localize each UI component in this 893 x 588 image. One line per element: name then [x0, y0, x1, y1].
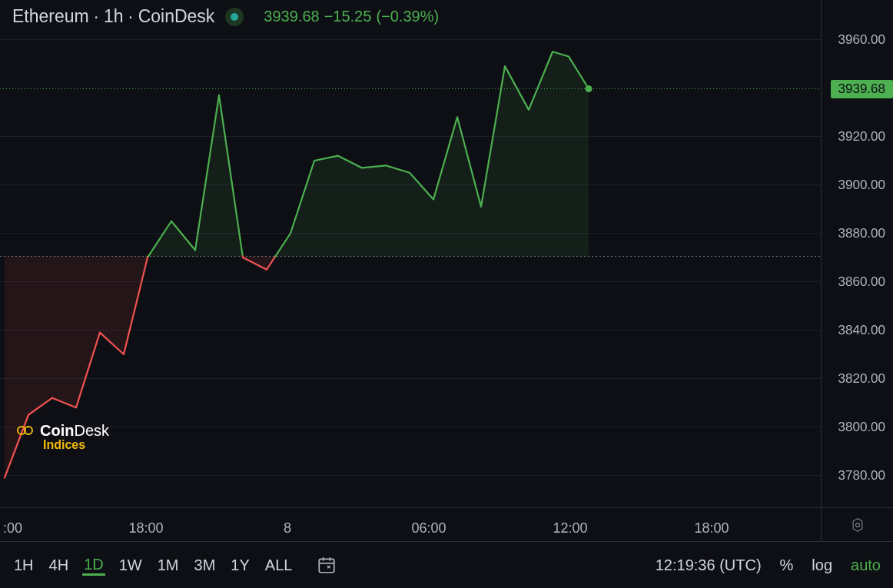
price-chart-svg	[0, 0, 821, 507]
range-1y[interactable]: 1Y	[229, 555, 251, 576]
y-tick-label: 3920.00	[838, 129, 885, 145]
bottom-toolbar: 1H4H1D1W1M3M1YALL 12:19:36 (UTC) % log a…	[0, 542, 893, 588]
quote-block: 3939.68 −15.25 (−0.39%)	[264, 8, 439, 25]
x-tick-label: 06:00	[411, 520, 446, 537]
watermark-sub: Indices	[43, 438, 109, 452]
range-1w[interactable]: 1W	[118, 555, 144, 576]
y-tick-label: 3900.00	[838, 178, 885, 193]
x-tick-label: 12:00	[553, 520, 587, 537]
percent-toggle[interactable]: %	[780, 556, 794, 574]
price-change: −15.25	[324, 8, 372, 25]
range-4h[interactable]: 4H	[48, 555, 71, 576]
y-tick-label: 3840.00	[838, 323, 885, 338]
chart-header: Ethereum · 1h · CoinDesk 3939.68 −15.25 …	[12, 6, 439, 27]
axis-settings-button[interactable]	[821, 507, 893, 542]
chart-pane[interactable]	[0, 0, 821, 507]
log-toggle[interactable]: log	[812, 556, 832, 574]
y-tick-label: 3960.00	[838, 32, 885, 48]
range-3m[interactable]: 3M	[193, 555, 217, 576]
coindesk-logo-icon	[17, 421, 35, 440]
symbol-title[interactable]: Ethereum · 1h · CoinDesk	[12, 6, 214, 27]
y-tick-label: 3820.00	[838, 371, 885, 387]
x-tick-label: 8	[284, 520, 291, 537]
range-1d[interactable]: 1D	[82, 554, 105, 576]
provider-watermark: CoinDesk Indices	[17, 421, 109, 452]
x-tick-label: :00	[3, 520, 22, 537]
goto-date-button[interactable]	[317, 555, 337, 575]
watermark-brand2: Desk	[74, 422, 109, 439]
range-1m[interactable]: 1M	[156, 555, 181, 576]
gear-icon	[850, 517, 865, 533]
clock-label[interactable]: 12:19:36 (UTC)	[656, 556, 762, 574]
y-axis[interactable]: 3960.003920.003900.003880.003860.003840.…	[821, 0, 893, 507]
x-axis[interactable]: :0018:00806:0012:0018:00	[0, 507, 821, 542]
y-tick-label: 3800.00	[838, 420, 885, 435]
current-price-tag: 3939.68	[831, 80, 893, 98]
svg-point-11	[586, 85, 593, 92]
auto-scale-toggle[interactable]: auto	[851, 556, 881, 574]
x-tick-label: 18:00	[128, 520, 163, 537]
watermark-brand1: Coin	[40, 422, 74, 439]
svg-rect-16	[320, 559, 335, 572]
svg-marker-14	[853, 518, 862, 531]
y-tick-label: 3780.00	[838, 468, 885, 483]
y-tick-label: 3880.00	[838, 226, 885, 241]
time-range-group: 1H4H1D1W1M3M1YALL	[12, 554, 294, 576]
x-tick-label: 18:00	[694, 520, 729, 537]
last-price: 3939.68	[264, 8, 319, 25]
svg-point-15	[855, 523, 859, 527]
market-status-dot	[225, 8, 244, 26]
range-all[interactable]: ALL	[264, 555, 294, 576]
price-change-pct: (−0.39%)	[376, 8, 439, 25]
range-1h[interactable]: 1H	[12, 555, 35, 576]
y-tick-label: 3860.00	[838, 274, 885, 290]
